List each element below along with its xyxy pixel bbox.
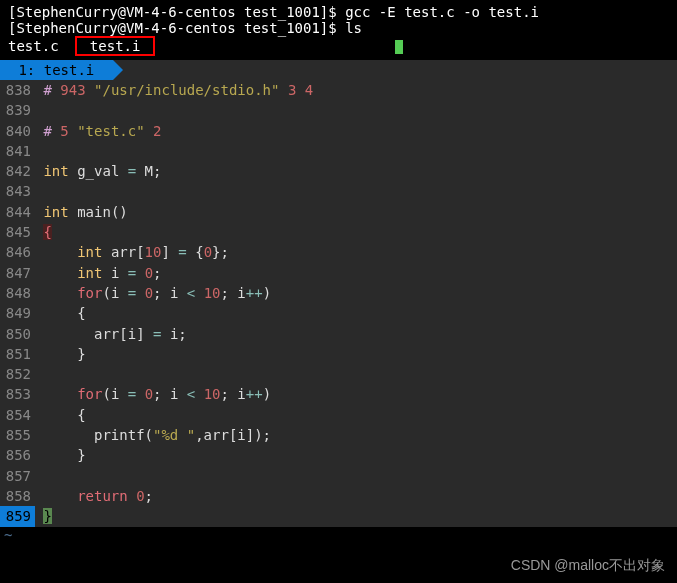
code-token: [128, 488, 136, 504]
code-token: {: [187, 244, 204, 260]
code-line: 847 int i = 0;: [0, 263, 677, 283]
code-line: 849 {: [0, 303, 677, 323]
code-token: [86, 82, 94, 98]
tab-label: 1: test.i: [10, 62, 103, 78]
highlighted-file: test.i: [75, 36, 154, 56]
code-token: 0: [145, 386, 153, 402]
line-number: 844: [0, 202, 35, 222]
line-number: 843: [0, 181, 35, 201]
code-content: [35, 141, 677, 161]
code-token: int: [77, 265, 102, 281]
code-content: for(i = 0; i < 10; i++): [35, 384, 677, 404]
line-number: 840: [0, 121, 35, 141]
code-token: int: [43, 204, 68, 220]
code-line: 855 printf("%d ",arr[i]);: [0, 425, 677, 445]
code-token: ): [263, 285, 271, 301]
code-content: }: [35, 506, 677, 526]
code-token: }: [43, 447, 85, 463]
line-number: 842: [0, 161, 35, 181]
code-content: arr[i] = i;: [35, 324, 677, 344]
line-number: 851: [0, 344, 35, 364]
code-token: 0: [145, 265, 153, 281]
code-content: [35, 466, 677, 486]
code-token: (i: [102, 285, 127, 301]
code-content: {: [35, 405, 677, 425]
code-token: [43, 265, 77, 281]
line-number: 839: [0, 100, 35, 120]
ls-output-line: test.c test.i: [8, 36, 669, 56]
tab-arrow-icon: [113, 60, 123, 80]
code-line: 853 for(i = 0; i < 10; i++): [0, 384, 677, 404]
code-content: }: [35, 344, 677, 364]
code-line: 841: [0, 141, 677, 161]
code-token: [69, 123, 77, 139]
code-token: "test.c": [77, 123, 144, 139]
code-editor[interactable]: 838 # 943 "/usr/include/stdio.h" 3 4839 …: [0, 80, 677, 527]
code-token: 10: [204, 285, 221, 301]
code-token: [279, 82, 287, 98]
code-token: =: [178, 244, 186, 260]
code-token: ,arr[i]);: [195, 427, 271, 443]
code-token: }: [43, 508, 51, 524]
editor-tab-bar: 1: test.i: [0, 60, 677, 80]
tab-test-i[interactable]: 1: test.i: [0, 60, 113, 80]
code-token: for: [77, 285, 102, 301]
code-token: [136, 265, 144, 281]
code-token: [69, 204, 77, 220]
command-text: ls: [345, 20, 362, 36]
ls-file: test.c: [8, 38, 75, 54]
code-content: # 5 "test.c" 2: [35, 121, 677, 141]
code-line: 840 # 5 "test.c" 2: [0, 121, 677, 141]
line-number: 855: [0, 425, 35, 445]
code-line: 852: [0, 364, 677, 384]
code-line: 850 arr[i] = i;: [0, 324, 677, 344]
code-token: 0: [204, 244, 212, 260]
code-token: ;: [153, 265, 161, 281]
code-content: int main(): [35, 202, 677, 222]
code-token: 0: [136, 488, 144, 504]
code-token: ++: [246, 386, 263, 402]
code-line: 843: [0, 181, 677, 201]
code-token: [136, 285, 144, 301]
code-token: #: [43, 82, 60, 98]
code-token: #: [43, 123, 60, 139]
line-number: 853: [0, 384, 35, 404]
code-token: <: [187, 386, 195, 402]
code-token: [43, 285, 77, 301]
code-line: 838 # 943 "/usr/include/stdio.h" 3 4: [0, 80, 677, 100]
terminal-line-2: [StephenCurry@VM-4-6-centos test_1001]$ …: [8, 20, 669, 36]
code-token: [195, 285, 203, 301]
line-number: 858: [0, 486, 35, 506]
code-line: 851 }: [0, 344, 677, 364]
code-content: for(i = 0; i < 10; i++): [35, 283, 677, 303]
code-token: i: [102, 265, 127, 281]
code-token: =: [128, 163, 136, 179]
line-number: 841: [0, 141, 35, 161]
code-line: 839: [0, 100, 677, 120]
code-token: }: [43, 346, 85, 362]
code-token: 2: [153, 123, 161, 139]
vim-tilde: ~: [0, 527, 677, 543]
code-content: return 0;: [35, 486, 677, 506]
code-token: (i: [102, 386, 127, 402]
line-number: 857: [0, 466, 35, 486]
code-token: M;: [136, 163, 161, 179]
terminal-line-1: [StephenCurry@VM-4-6-centos test_1001]$ …: [8, 4, 669, 20]
line-number: 854: [0, 405, 35, 425]
code-token: =: [128, 285, 136, 301]
code-token: printf(: [43, 427, 153, 443]
code-token: {: [43, 305, 85, 321]
code-token: ): [263, 386, 271, 402]
code-line: 859 }: [0, 506, 677, 526]
code-token: ; i: [153, 285, 187, 301]
code-token: [136, 386, 144, 402]
code-token: int: [77, 244, 102, 260]
code-token: 3 4: [288, 82, 313, 98]
code-token: };: [212, 244, 229, 260]
prompt-text: [StephenCurry@VM-4-6-centos test_1001]$: [8, 4, 345, 20]
line-number: 850: [0, 324, 35, 344]
code-token: 10: [204, 386, 221, 402]
code-token: for: [77, 386, 102, 402]
line-number: 845: [0, 222, 35, 242]
command-text: gcc -E test.c -o test.i: [345, 4, 539, 20]
